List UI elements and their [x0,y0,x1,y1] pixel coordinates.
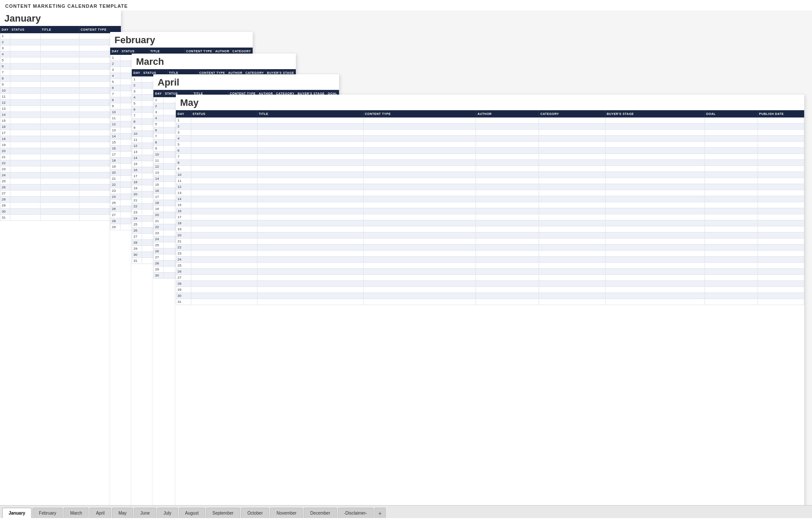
data-cell[interactable] [476,251,539,257]
data-cell[interactable] [539,287,605,293]
data-cell[interactable] [539,154,605,160]
data-cell[interactable] [476,154,539,160]
data-cell[interactable] [704,184,758,190]
data-cell[interactable] [704,269,758,275]
data-cell[interactable] [40,142,79,148]
data-cell[interactable] [10,197,40,203]
data-cell[interactable] [539,263,605,269]
data-cell[interactable] [10,39,40,45]
data-cell[interactable] [257,190,363,196]
data-cell[interactable] [10,57,40,64]
data-cell[interactable] [191,257,257,263]
data-cell[interactable] [363,287,476,293]
data-cell[interactable] [257,251,363,257]
data-cell[interactable] [257,142,363,148]
data-cell[interactable] [605,124,704,130]
data-cell[interactable] [476,142,539,148]
data-cell[interactable] [605,184,704,190]
data-cell[interactable] [758,220,804,226]
data-cell[interactable] [476,184,539,190]
data-cell[interactable] [363,166,476,172]
data-cell[interactable] [40,45,79,51]
tab-september[interactable]: September [206,508,240,518]
data-cell[interactable] [363,142,476,148]
data-cell[interactable] [40,51,79,57]
data-cell[interactable] [363,124,476,130]
data-cell[interactable] [476,275,539,281]
data-cell[interactable] [257,160,363,166]
data-cell[interactable] [191,196,257,202]
data-cell[interactable] [10,154,40,160]
data-cell[interactable] [758,275,804,281]
data-cell[interactable] [363,208,476,214]
data-cell[interactable] [257,263,363,269]
data-cell[interactable] [605,202,704,208]
data-cell[interactable] [363,154,476,160]
data-cell[interactable] [704,208,758,214]
data-cell[interactable] [10,118,40,124]
data-cell[interactable] [363,251,476,257]
data-cell[interactable] [363,214,476,220]
data-cell[interactable] [40,124,79,130]
data-cell[interactable] [10,215,40,221]
tab-may[interactable]: May [112,508,133,518]
data-cell[interactable] [10,203,40,209]
data-cell[interactable] [191,293,257,299]
data-cell[interactable] [704,293,758,299]
data-cell[interactable] [476,202,539,208]
tab-march[interactable]: March [63,508,89,518]
data-cell[interactable] [539,275,605,281]
data-cell[interactable] [605,130,704,136]
data-cell[interactable] [758,208,804,214]
data-cell[interactable] [758,172,804,178]
data-cell[interactable] [539,208,605,214]
data-cell[interactable] [191,160,257,166]
data-cell[interactable] [758,124,804,130]
data-cell[interactable] [758,214,804,220]
data-cell[interactable] [758,232,804,239]
data-cell[interactable] [539,160,605,166]
data-cell[interactable] [10,142,40,148]
data-cell[interactable] [605,269,704,275]
data-cell[interactable] [605,196,704,202]
data-cell[interactable] [10,148,40,154]
data-cell[interactable] [758,196,804,202]
tab-add-button[interactable]: + [374,508,386,518]
data-cell[interactable] [10,100,40,106]
data-cell[interactable] [40,166,79,172]
data-cell[interactable] [476,220,539,226]
data-cell[interactable] [704,148,758,154]
data-cell[interactable] [257,196,363,202]
data-cell[interactable] [758,257,804,263]
data-cell[interactable] [257,214,363,220]
data-cell[interactable] [191,275,257,281]
data-cell[interactable] [704,166,758,172]
data-cell[interactable] [257,178,363,184]
data-cell[interactable] [539,293,605,299]
data-cell[interactable] [10,51,40,57]
data-cell[interactable] [257,239,363,245]
data-cell[interactable] [40,136,79,142]
data-cell[interactable] [704,142,758,148]
data-cell[interactable] [191,118,257,124]
data-cell[interactable] [605,287,704,293]
data-cell[interactable] [40,130,79,136]
data-cell[interactable] [758,160,804,166]
data-cell[interactable] [40,106,79,112]
data-cell[interactable] [605,178,704,184]
data-cell[interactable] [758,287,804,293]
data-cell[interactable] [40,160,79,166]
data-cell[interactable] [704,239,758,245]
data-cell[interactable] [758,166,804,172]
data-cell[interactable] [40,172,79,178]
data-cell[interactable] [191,178,257,184]
data-cell[interactable] [605,299,704,305]
data-cell[interactable] [539,190,605,196]
data-cell[interactable] [539,142,605,148]
data-cell[interactable] [191,214,257,220]
data-cell[interactable] [191,166,257,172]
data-cell[interactable] [605,275,704,281]
data-cell[interactable] [758,269,804,275]
data-cell[interactable] [539,269,605,275]
data-cell[interactable] [191,148,257,154]
